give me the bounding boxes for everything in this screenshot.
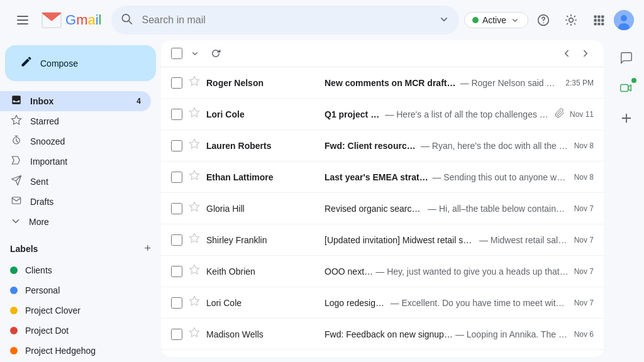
star-icon [10,114,23,129]
compose-label: Compose [40,58,78,69]
email-subject: Logo redesign ideas [325,298,388,308]
email-checkbox[interactable] [171,297,182,309]
email-row[interactable]: Gloria Hill Revised organic search numbe… [161,193,604,224]
email-content: Last year's EMEA strategy deck — Sending… [325,172,569,182]
email-sender: Gloria Hill [206,204,319,214]
email-preview: — Hi, all–the table below contains the r… [428,204,569,214]
next-page-button[interactable] [577,45,594,62]
email-checkbox[interactable] [171,77,182,89]
svg-rect-9 [597,16,600,18]
star-button[interactable] [187,295,201,310]
svg-line-5 [129,21,132,24]
email-checkbox[interactable] [171,234,182,246]
email-preview: — Looping in Annika. The feedback... [455,329,569,339]
email-subject: Fwd: Feedback on new signup experience [325,329,453,339]
email-checkbox[interactable] [171,266,182,277]
menu-button[interactable] [10,8,35,33]
avatar[interactable] [614,10,634,30]
email-date: Nov 7 [574,267,594,276]
email-row[interactable]: Shirley Franklin [Updated invitation] Mi… [161,224,604,256]
refresh-button[interactable] [208,45,224,62]
email-preview: — Ryan, here's the doc with all the clie… [421,141,569,151]
email-checkbox[interactable] [171,203,182,214]
star-button[interactable] [187,170,201,184]
email-date: Nov 8 [574,141,594,150]
email-meta: Nov 7 [574,299,594,307]
email-checkbox[interactable] [171,329,182,340]
email-row[interactable]: Lori Cole Logo redesign ideas — Excellen… [161,287,604,319]
pagination-arrows [558,45,594,62]
active-status-button[interactable]: Active [464,12,528,28]
svg-rect-11 [594,19,597,21]
important-icon [10,155,23,169]
starred-label: Starred [30,116,59,126]
select-dropdown-button[interactable] [187,46,203,61]
email-row[interactable]: Madison Wells Fwd: Feedback on new signu… [161,319,604,350]
sidebar-item-snoozed[interactable]: Snoozed [0,131,151,151]
email-list: Roger Nelson New comments on MCR draft p… [161,40,604,357]
svg-rect-13 [601,19,604,21]
email-subject: OOO next week [325,266,373,277]
label-project-hedgehog-text: Project Hedgehog [25,346,96,356]
top-bar: Gmail Active [0,0,644,40]
label-project-dot[interactable]: Project Dot [0,321,151,341]
project-dot-dot [10,327,18,334]
label-personal[interactable]: Personal [0,280,151,300]
svg-rect-12 [597,19,600,21]
email-row[interactable]: Lori Cole Q1 project wrap-up — Here's a … [161,99,604,130]
star-button[interactable] [187,75,201,90]
email-date: Nov 11 [570,110,594,119]
sidebar-item-more[interactable]: More [0,212,161,232]
chat-icon-btn[interactable] [614,45,639,70]
svg-rect-2 [17,23,28,25]
email-preview: — Hey, just wanted to give you a heads u… [375,266,569,277]
sidebar-item-sent[interactable]: Sent [0,172,151,192]
apps-button[interactable] [586,8,611,33]
sidebar-item-inbox[interactable]: Inbox 4 [0,91,151,111]
email-sender: Lauren Roberts [206,141,319,151]
add-widget-button[interactable] [614,106,639,131]
email-sender: Lori Cole [206,298,319,308]
email-content: OOO next week — Hey, just wanted to give… [325,266,569,277]
search-input[interactable] [111,6,458,35]
help-button[interactable] [531,8,556,33]
star-button[interactable] [187,107,201,121]
settings-button[interactable] [558,8,584,33]
svg-rect-8 [594,16,597,18]
select-all-checkbox[interactable] [171,48,182,59]
label-project-clover[interactable]: Project Clover [0,300,151,321]
email-row[interactable]: Ethan Lattimore Last year's EMEA strateg… [161,162,604,193]
inbox-badge: 4 [136,97,141,106]
email-row[interactable]: Keith Obrien OOO next week — Hey, just w… [161,256,604,287]
email-preview: — Roger Nelson said what abou... [460,78,561,88]
meet-icon-btn[interactable] [614,75,639,101]
sidebar-item-important[interactable]: Important [0,151,151,172]
email-row[interactable]: Jeffrey Clark Town hall on the upcoming … [161,350,604,357]
label-project-clover-text: Project Clover [25,305,80,315]
gmail-logo: Gmail [40,9,101,31]
star-button[interactable] [187,327,201,341]
email-row[interactable]: Roger Nelson New comments on MCR draft p… [161,67,604,99]
star-button[interactable] [187,138,201,153]
inbox-icon [10,94,23,109]
email-checkbox[interactable] [171,140,182,151]
svg-rect-22 [621,85,628,92]
star-button[interactable] [187,264,201,278]
add-label-button[interactable]: + [144,242,151,255]
label-project-hedgehog[interactable]: Project Hedgehog [0,341,151,361]
label-clients[interactable]: Clients [0,260,151,280]
compose-button[interactable]: Compose [5,45,156,81]
prev-page-button[interactable] [558,45,575,62]
email-date: Nov 7 [574,204,594,213]
search-dropdown-icon[interactable] [438,13,450,28]
email-checkbox[interactable] [171,109,182,120]
star-button[interactable] [187,233,201,247]
email-checkbox[interactable] [171,172,182,183]
email-meta: Nov 11 [555,108,594,121]
email-row[interactable]: Lauren Roberts Fwd: Client resources for… [161,130,604,162]
svg-rect-21 [12,197,21,204]
sidebar-item-starred[interactable]: Starred [0,111,151,131]
sent-label: Sent [30,177,48,187]
sidebar-item-drafts[interactable]: Drafts [0,192,151,212]
star-button[interactable] [187,201,201,216]
